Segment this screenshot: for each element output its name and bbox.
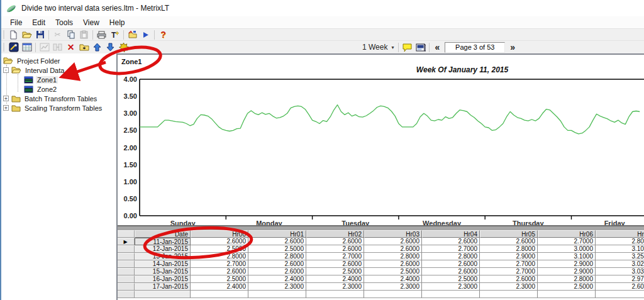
- value-cell[interactable]: 2.5000: [538, 283, 596, 291]
- value-cell[interactable]: 2.5000: [191, 245, 248, 253]
- value-cell[interactable]: 2.7000: [480, 260, 538, 268]
- date-cell[interactable]: 15-Jan-2015: [135, 268, 191, 275]
- expand-icon[interactable]: +: [3, 105, 9, 111]
- menu-file[interactable]: File: [5, 17, 27, 28]
- sidebar-item-interval-data[interactable]: - Interval Data: [1, 65, 116, 75]
- chart-wizard-button[interactable]: [7, 42, 20, 53]
- value-cell[interactable]: 3.0000: [538, 245, 596, 253]
- value-cell[interactable]: 2.3000: [422, 283, 480, 291]
- value-cell[interactable]: 2.6000: [248, 260, 306, 268]
- value-cell[interactable]: 2.6000: [364, 245, 422, 253]
- value-cell[interactable]: 2.6000: [422, 268, 480, 275]
- row-selector[interactable]: [116, 245, 135, 253]
- grid-column-header-hr01[interactable]: Hr01: [248, 230, 306, 238]
- value-cell[interactable]: 2.6000: [422, 260, 480, 268]
- date-cell[interactable]: 13-Jan-2015: [135, 253, 191, 260]
- value-cell[interactable]: 3.0323: [596, 268, 644, 275]
- empty-cell[interactable]: [306, 291, 364, 298]
- help-button[interactable]: ?: [157, 29, 170, 40]
- value-cell[interactable]: 2.3000: [248, 283, 306, 291]
- value-cell[interactable]: 2.3000: [364, 283, 422, 291]
- value-cell[interactable]: 2.6000: [364, 260, 422, 268]
- empty-cell[interactable]: [135, 291, 191, 298]
- sidebar-item-zone2[interactable]: Zone2: [1, 84, 116, 94]
- empty-cell[interactable]: [422, 291, 480, 298]
- sidebar-item-scaling-transform-tables[interactable]: + Scaling Transform Tables: [1, 103, 116, 113]
- table-view-button[interactable]: [20, 42, 33, 53]
- date-cell[interactable]: 12-Jan-2015: [135, 245, 191, 253]
- value-cell[interactable]: 2.6000: [364, 238, 422, 245]
- move-up-button[interactable]: [91, 42, 104, 53]
- row-selector[interactable]: [116, 268, 135, 275]
- row-selector[interactable]: [116, 260, 135, 268]
- value-cell[interactable]: 2.6000: [191, 238, 248, 245]
- next-page-button[interactable]: »: [507, 42, 518, 52]
- value-cell[interactable]: 3.1000: [538, 253, 596, 260]
- save-button[interactable]: [33, 29, 47, 40]
- report-button[interactable]: [414, 42, 427, 53]
- empty-cell[interactable]: [191, 291, 248, 298]
- value-cell[interactable]: 2.4000: [248, 275, 306, 283]
- comment-button[interactable]: [401, 42, 414, 53]
- value-cell[interactable]: 2.8000: [538, 275, 596, 283]
- value-cell[interactable]: 3.2538: [596, 253, 644, 260]
- collapse-icon[interactable]: -: [3, 67, 9, 73]
- value-cell[interactable]: 2.3000: [480, 283, 538, 291]
- toolbar-grip[interactable]: [3, 30, 5, 39]
- merge-series-button[interactable]: [51, 42, 64, 53]
- move-down-button[interactable]: [104, 42, 117, 53]
- value-cell[interactable]: 2.5000: [422, 275, 480, 283]
- value-cell[interactable]: 2.6000: [422, 238, 480, 245]
- value-cell[interactable]: 2.4000: [191, 283, 248, 291]
- value-cell[interactable]: 2.9000: [538, 260, 596, 268]
- print-button[interactable]: [95, 29, 108, 40]
- date-cell[interactable]: 16-Jan-2015: [135, 275, 191, 283]
- row-selector[interactable]: [116, 283, 135, 291]
- value-cell[interactable]: 2.4000: [364, 275, 422, 283]
- empty-cell[interactable]: [480, 291, 538, 298]
- value-cell[interactable]: 2.8000: [364, 253, 422, 260]
- highlight-button[interactable]: [117, 42, 130, 53]
- empty-cell[interactable]: [364, 291, 422, 298]
- interval-dropdown[interactable]: 1 Week ▾: [360, 42, 396, 52]
- value-cell[interactable]: 2.8000: [422, 253, 480, 260]
- value-cell[interactable]: 2.6000: [306, 245, 364, 253]
- value-cell[interactable]: 2.9000: [538, 268, 596, 275]
- date-cell[interactable]: 17-Jan-2015: [135, 283, 191, 291]
- value-cell[interactable]: 2.5000: [364, 268, 422, 275]
- value-cell[interactable]: 2.7000: [480, 268, 538, 275]
- grid-column-header-hr02[interactable]: Hr02: [306, 230, 364, 238]
- value-cell[interactable]: 2.7000: [422, 245, 480, 253]
- empty-cell[interactable]: [596, 291, 644, 298]
- new-document-button[interactable]: [7, 29, 20, 40]
- menu-help[interactable]: Help: [104, 17, 130, 28]
- value-cell[interactable]: 2.5000: [306, 268, 364, 275]
- grid-column-header-hr07[interactable]: Hr07: [596, 230, 644, 238]
- delete-button[interactable]: ✕: [64, 42, 77, 53]
- sidebar-item-project-folder[interactable]: Project Folder: [1, 56, 116, 65]
- sidebar-item-batch-transform-tables[interactable]: + Batch Transform Tables: [1, 94, 116, 103]
- value-cell[interactable]: 2.9000: [480, 253, 538, 260]
- value-cell[interactable]: 2.6000: [480, 275, 538, 283]
- grid-column-header-hr03[interactable]: Hr03: [364, 230, 422, 238]
- menu-tools[interactable]: Tools: [50, 17, 78, 28]
- value-cell[interactable]: 2.6000: [306, 260, 364, 268]
- value-cell[interactable]: 2.5000: [248, 245, 306, 253]
- value-cell[interactable]: 2.6014: [596, 283, 644, 291]
- row-selector[interactable]: [116, 291, 135, 298]
- value-cell[interactable]: 2.4000: [306, 275, 364, 283]
- value-cell[interactable]: 2.6000: [480, 238, 538, 245]
- value-cell[interactable]: 2.6000: [248, 238, 306, 245]
- page-indicator[interactable]: Page 3 of 53: [445, 42, 505, 53]
- date-cell[interactable]: 14-Jan-2015: [135, 260, 191, 268]
- value-cell[interactable]: 2.8000: [248, 253, 306, 260]
- cut-button[interactable]: ✂: [51, 29, 64, 40]
- paste-button[interactable]: [77, 29, 91, 40]
- chart-view-button[interactable]: [38, 42, 51, 53]
- value-cell[interactable]: 2.6000: [191, 268, 248, 275]
- open-file-button[interactable]: [20, 29, 33, 40]
- grid-column-header-hr00[interactable]: Hr00: [191, 230, 248, 238]
- transform-wizard-button[interactable]: T: [108, 29, 121, 40]
- menu-view[interactable]: View: [78, 17, 104, 28]
- grid-column-header-date[interactable]: Date: [135, 230, 191, 238]
